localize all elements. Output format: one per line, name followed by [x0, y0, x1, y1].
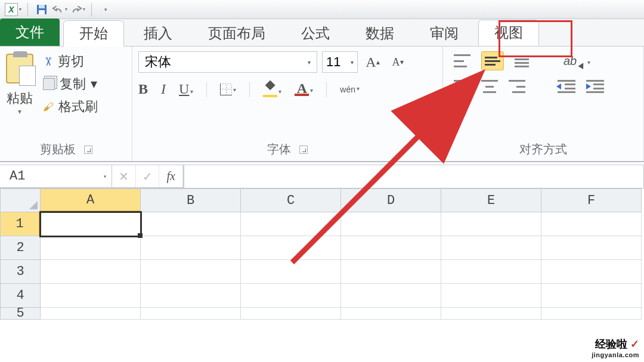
- font-name-dropdown[interactable]: 宋体 ▾: [138, 51, 317, 73]
- phonetic-guide-button[interactable]: wén ▾: [340, 85, 360, 94]
- cell[interactable]: [341, 212, 441, 236]
- cell[interactable]: [41, 308, 141, 320]
- format-painter-button[interactable]: 🖌 格式刷: [43, 98, 98, 116]
- align-top-button[interactable]: [454, 54, 470, 67]
- tab-view[interactable]: 视图: [478, 20, 539, 46]
- cell[interactable]: [441, 212, 541, 236]
- undo-button[interactable]: ▾: [52, 2, 67, 17]
- column-header[interactable]: E: [441, 188, 541, 212]
- align-left-button[interactable]: [454, 80, 470, 93]
- logo-dropdown-icon[interactable]: ▾: [19, 7, 21, 12]
- row-header[interactable]: 3: [0, 260, 41, 284]
- cell[interactable]: [141, 212, 241, 236]
- paste-icon: [6, 54, 33, 83]
- paste-button[interactable]: 粘贴 ▾: [6, 51, 37, 116]
- cell[interactable]: [241, 212, 341, 236]
- cell[interactable]: [341, 260, 441, 284]
- save-button[interactable]: [34, 2, 49, 17]
- cell[interactable]: [141, 284, 241, 308]
- font-color-button[interactable]: A ▾: [295, 83, 313, 96]
- cell[interactable]: [141, 308, 241, 320]
- cell[interactable]: [441, 308, 541, 320]
- cut-button[interactable]: ✂ 剪切: [43, 52, 98, 70]
- row-header[interactable]: 1: [0, 212, 41, 236]
- cell[interactable]: [441, 236, 541, 260]
- column-header[interactable]: F: [541, 188, 642, 212]
- copy-button[interactable]: 复制 ▾: [43, 75, 98, 93]
- cancel-formula-button[interactable]: ✕: [112, 165, 136, 187]
- bold-button[interactable]: B: [138, 81, 148, 97]
- excel-logo-icon: X: [5, 3, 18, 16]
- redo-button[interactable]: ▾: [70, 2, 85, 17]
- cell[interactable]: [541, 260, 642, 284]
- select-all-corner[interactable]: [0, 188, 41, 212]
- name-box[interactable]: A1 ▾: [0, 165, 112, 188]
- align-center-button[interactable]: [481, 80, 498, 93]
- cell[interactable]: [141, 260, 241, 284]
- chevron-down-icon: ▾: [351, 59, 354, 66]
- formula-bar: A1 ▾ ✕ ✓ fx: [0, 165, 644, 188]
- font-launcher[interactable]: [299, 146, 308, 154]
- alignment-group: ab ▾ 对齐方式: [443, 47, 644, 161]
- align-bottom-button[interactable]: [515, 54, 531, 67]
- formula-input[interactable]: [184, 165, 644, 188]
- cell[interactable]: [441, 284, 541, 308]
- customize-qat-button[interactable]: ▾: [98, 2, 113, 17]
- tab-insert[interactable]: 插入: [128, 20, 188, 46]
- tab-review[interactable]: 审阅: [414, 20, 475, 46]
- cell[interactable]: [341, 236, 441, 260]
- clipboard-launcher[interactable]: [84, 146, 92, 154]
- paste-dropdown-icon[interactable]: ▾: [18, 107, 21, 116]
- cell[interactable]: [141, 236, 241, 260]
- cell-A1[interactable]: [41, 212, 141, 236]
- cell[interactable]: [241, 284, 341, 308]
- align-right-button[interactable]: [509, 80, 525, 93]
- save-icon: [36, 4, 48, 16]
- cut-label: 剪切: [58, 52, 84, 70]
- cell[interactable]: [241, 236, 341, 260]
- decrease-indent-button[interactable]: [558, 80, 575, 93]
- undo-icon: [52, 4, 64, 15]
- row-header[interactable]: 5: [0, 308, 41, 320]
- row-header[interactable]: 4: [0, 284, 41, 308]
- fx-button[interactable]: fx: [159, 165, 183, 187]
- tab-file[interactable]: 文件: [0, 18, 60, 46]
- enter-formula-button[interactable]: ✓: [136, 165, 160, 187]
- column-header[interactable]: C: [241, 188, 341, 212]
- cell[interactable]: [41, 260, 141, 284]
- clipboard-group-label: 剪贴板: [40, 141, 76, 157]
- font-size-dropdown[interactable]: 11 ▾: [322, 51, 358, 73]
- font-size-value: 11: [326, 54, 340, 70]
- underline-button[interactable]: U▾: [179, 81, 193, 97]
- chevron-down-icon: ▾: [103, 173, 107, 180]
- cell[interactable]: [541, 308, 642, 320]
- column-header[interactable]: B: [141, 188, 241, 212]
- tab-home[interactable]: 开始: [63, 20, 124, 47]
- increase-indent-button[interactable]: [586, 80, 604, 93]
- cell[interactable]: [41, 236, 141, 260]
- italic-button[interactable]: I: [161, 81, 166, 97]
- cell[interactable]: [241, 308, 341, 320]
- cell[interactable]: [241, 260, 341, 284]
- cell[interactable]: [441, 260, 541, 284]
- cell[interactable]: [41, 284, 141, 308]
- shrink-font-button[interactable]: A▾: [388, 51, 408, 73]
- tab-data[interactable]: 数据: [349, 20, 410, 46]
- tab-formulas[interactable]: 公式: [285, 20, 346, 46]
- cell[interactable]: [541, 284, 642, 308]
- borders-icon: [220, 83, 232, 95]
- redo-icon: [70, 4, 82, 15]
- fill-color-button[interactable]: ▾: [263, 82, 281, 97]
- align-middle-button[interactable]: [481, 51, 504, 70]
- orientation-button[interactable]: ab ▾: [564, 54, 590, 68]
- column-header[interactable]: D: [341, 188, 441, 212]
- borders-button[interactable]: ▾: [220, 83, 236, 95]
- tab-page-layout[interactable]: 页面布局: [192, 20, 281, 46]
- cell[interactable]: [541, 212, 642, 236]
- cell[interactable]: [341, 308, 441, 320]
- row-header[interactable]: 2: [0, 236, 41, 260]
- cell[interactable]: [541, 236, 642, 260]
- cell[interactable]: [341, 284, 441, 308]
- grow-font-button[interactable]: A▴: [363, 51, 383, 73]
- column-header[interactable]: A: [41, 188, 141, 212]
